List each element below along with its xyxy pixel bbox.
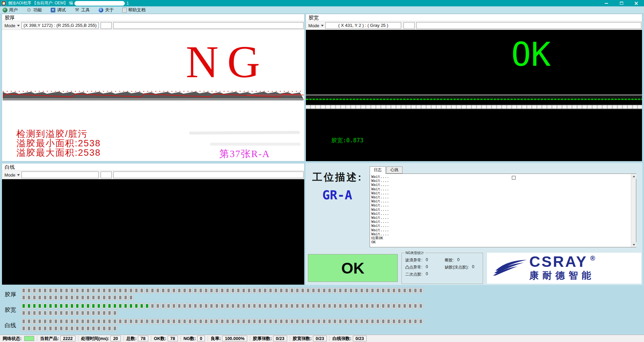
indicator-cell xyxy=(322,303,326,309)
log-tab-0[interactable]: 日志 xyxy=(370,166,386,174)
indicator-cell xyxy=(54,303,58,309)
indicator-cell xyxy=(327,319,332,324)
indicator-cell xyxy=(70,303,74,309)
panel-toolbar: Mode ( X 431, Y 2 ) : ( Gray 25 ) xyxy=(306,21,642,30)
indicator-cell xyxy=(27,326,31,331)
minimize-button[interactable] xyxy=(599,0,614,6)
indicator-cell xyxy=(150,319,155,324)
indicator-cell xyxy=(70,326,74,331)
indicator-cell xyxy=(166,319,171,324)
station-desc-value: GR-A xyxy=(322,188,352,202)
indicator-cell xyxy=(59,310,63,316)
indicator-cell xyxy=(360,288,364,293)
image-view-jiaohou[interactable]: NG 检测到溢胶/脏污 溢胶最小面积:2538 溢胶最大面积:2538 第37张… xyxy=(2,30,304,161)
indicator-cell xyxy=(306,319,310,324)
indicator-cell xyxy=(386,303,391,309)
indicator-cell xyxy=(129,303,133,309)
ng-stat-row: 断胶:0 xyxy=(445,257,481,264)
menu-item-user[interactable]: 用户 xyxy=(3,7,18,13)
log-scrollbar[interactable] xyxy=(631,174,636,247)
edge-stripe xyxy=(306,105,642,109)
mode-dropdown-jiaohou[interactable]: Mode xyxy=(4,22,20,29)
scroll-up-icon[interactable] xyxy=(631,174,636,179)
indicator-cell xyxy=(70,310,74,316)
indicator-cell xyxy=(360,319,364,324)
mode-label: Mode xyxy=(4,173,15,178)
log-checkbox[interactable] xyxy=(512,176,516,180)
indicator-cell xyxy=(317,288,321,293)
image-view-jiaokuan[interactable]: OK 胶宽:0.873 xyxy=(306,30,642,161)
indicator-cell xyxy=(247,303,251,309)
indicator-cell xyxy=(193,303,198,309)
menu-item-debug[interactable]: ×调试 xyxy=(51,7,66,13)
menu-item-function[interactable]: ⚙功能 xyxy=(26,7,42,13)
indicator-cell xyxy=(97,295,101,300)
indicator-cell xyxy=(27,295,31,300)
indicator-group-0: 胶厚 xyxy=(0,288,644,301)
status-quadrant: 工位描述: GR-A 日志心跳 Wait....Wait....Wait....… xyxy=(306,163,642,285)
indicator-cell xyxy=(182,319,187,324)
menu-item-tools[interactable]: ⚒工具 xyxy=(74,7,90,13)
log-tab-1[interactable]: 心跳 xyxy=(386,166,402,174)
indicator-cell xyxy=(370,319,375,324)
status-label: OK数: xyxy=(154,336,166,342)
panel-toolbar: Mode xyxy=(2,170,304,179)
indicator-cell xyxy=(215,303,219,309)
indicator-cell xyxy=(32,326,37,331)
status-value: 100.000% xyxy=(222,336,247,341)
indicator-label: 白线 xyxy=(5,322,16,329)
indicator-cell xyxy=(123,288,128,293)
log-line: Wait.... xyxy=(371,220,630,224)
indicator-cell xyxy=(295,288,300,293)
menu-item-label: 用户 xyxy=(9,7,18,13)
status-separator xyxy=(250,336,250,341)
indicator-cell xyxy=(301,288,305,293)
indicator-cell xyxy=(301,319,305,324)
log-list[interactable]: Wait....Wait....Wait....Wait....Wait....… xyxy=(370,174,631,247)
status-label: 胶宽张数: xyxy=(293,336,312,342)
debug-icon: × xyxy=(51,8,55,12)
indicator-cell xyxy=(370,288,375,293)
mode-dropdown-baixian[interactable]: Mode xyxy=(4,172,20,178)
indicator-cell xyxy=(360,303,364,309)
indicator-cell xyxy=(317,303,321,309)
minimize-icon xyxy=(605,3,608,4)
log-line: Wait.... xyxy=(371,175,630,179)
panel-title-jiaokuan: 胶宽 xyxy=(309,15,319,21)
indicator-cell xyxy=(349,319,353,324)
indicator-cell xyxy=(413,288,418,293)
indicator-cell xyxy=(43,310,47,316)
panel-header: 胶宽 xyxy=(306,14,642,21)
menu-item-help[interactable]: 帮助文档 xyxy=(122,7,146,13)
ng-stat-label: 二次点胶: xyxy=(405,272,422,279)
indicator-label: 胶宽 xyxy=(5,306,16,314)
indicator-row xyxy=(21,319,424,324)
maximize-button[interactable] xyxy=(614,0,629,6)
indicator-cell xyxy=(236,319,240,324)
scroll-down-icon[interactable] xyxy=(631,242,636,247)
indicator-cell xyxy=(97,319,101,324)
indicator-cell xyxy=(80,326,85,331)
indicator-cell xyxy=(140,303,144,309)
indicator-cell xyxy=(75,303,79,309)
indicator-cell xyxy=(75,288,79,293)
scribble-mark xyxy=(210,143,301,146)
indicator-cell xyxy=(80,303,85,309)
brand-subtitle: 康耐德智能 xyxy=(529,269,595,282)
indicator-cell xyxy=(209,319,214,324)
mode-dropdown-jiaokuan[interactable]: Mode xyxy=(308,22,324,29)
overall-result-button[interactable]: OK xyxy=(308,254,398,282)
ng-stat-label: 缺胶(没点胶): xyxy=(445,264,469,272)
indicator-cell xyxy=(413,319,418,324)
indicator-cell xyxy=(80,295,85,300)
wide-field-jiaohou xyxy=(113,22,304,29)
image-view-baixian[interactable] xyxy=(2,179,304,285)
menu-item-about[interactable]: i关于 xyxy=(99,7,114,13)
indicator-cell xyxy=(54,319,58,324)
indicator-cell xyxy=(370,303,375,309)
indicator-cell xyxy=(150,303,155,309)
indicator-cell xyxy=(386,319,391,324)
indicator-cell xyxy=(327,303,332,309)
indicator-cell xyxy=(59,288,63,293)
close-button[interactable] xyxy=(629,0,644,6)
